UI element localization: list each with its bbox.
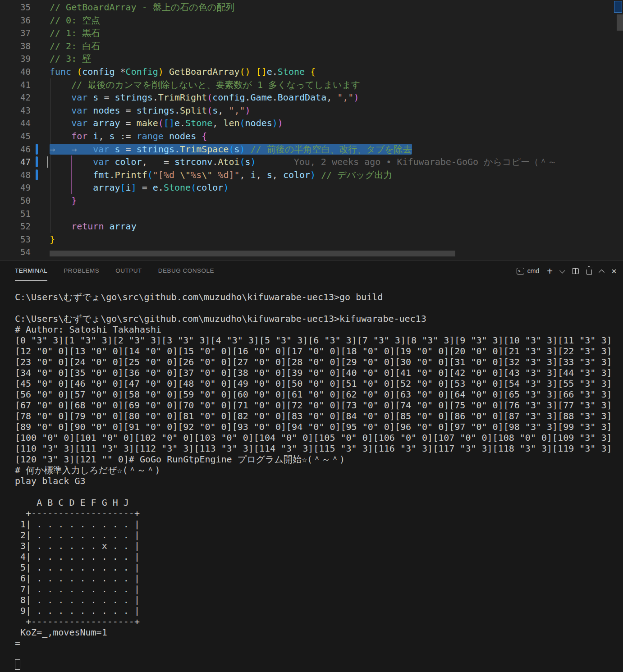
code-line[interactable]: 38// 2: 白石 [0, 40, 623, 53]
code-text: // 3: 壁 [50, 52, 623, 65]
code-text: var nodes = strings.Split(s, ",") [50, 104, 623, 117]
code-line[interactable]: 40func (config *Config) GetBoardArray() … [0, 65, 623, 78]
code-line[interactable]: 35// GetBoardArray - 盤上の石の色の配列 [0, 1, 623, 14]
vertical-scrollbar[interactable] [617, 14, 623, 31]
blame-annotation: You, 2 weeks ago • Kifuwarabe-GoGo からコピー… [294, 156, 557, 167]
editor-gutter[interactable]: 47 [0, 155, 50, 169]
kill-terminal-button[interactable] [586, 270, 592, 275]
tab-problems[interactable]: PROBLEMS [64, 261, 99, 281]
line-number: 40 [0, 65, 31, 78]
close-panel-button[interactable]: × [611, 266, 617, 275]
code-line[interactable]: 50 } [0, 194, 623, 207]
code-line[interactable]: 47 var color, _ = strconv.Atoi(s)You, 2 … [0, 155, 623, 169]
editor-gutter[interactable]: 50 [0, 194, 50, 207]
line-number: 38 [0, 40, 31, 53]
editor-gutter[interactable]: 48 [0, 169, 50, 182]
code-text: // GetBoardArray - 盤上の石の色の配列 [50, 1, 623, 14]
code-line[interactable]: 39// 3: 壁 [0, 52, 623, 65]
line-number: 49 [0, 181, 31, 194]
code-line[interactable]: 49 array[i] = e.Stone(color) [0, 181, 623, 194]
code-text: fmt.Printf("[%d \"%s\" %d]", i, s, color… [50, 169, 623, 182]
line-number: 43 [0, 104, 31, 117]
editor-gutter[interactable]: 49 [0, 181, 50, 194]
new-terminal-button[interactable]: + [547, 266, 553, 276]
terminal-profile-dropdown[interactable] [559, 267, 565, 273]
editor-gutter[interactable]: 37 [0, 27, 50, 40]
terminal-cursor [15, 659, 20, 670]
line-number: 41 [0, 78, 31, 91]
tab-output[interactable]: OUTPUT [115, 261, 142, 281]
editor-gutter[interactable]: 53 [0, 233, 50, 246]
code-text: var color, _ = strconv.Atoi(s)You, 2 wee… [50, 155, 623, 169]
code-lines: 35// GetBoardArray - 盤上の石の色の配列36// 0: 空点… [0, 1, 623, 259]
code-text: array[i] = e.Stone(color) [50, 181, 623, 194]
line-number: 53 [0, 233, 31, 246]
code-line[interactable]: 42 var s = strings.TrimRight(config.Game… [0, 91, 623, 104]
code-text: } [50, 233, 623, 246]
line-number: 52 [0, 220, 31, 233]
editor-gutter[interactable]: 46 [0, 143, 50, 156]
code-line[interactable]: 46→ → var s = strings.TrimSpace(s) // 前後… [0, 143, 623, 156]
code-line[interactable]: 41 // 最後のカンマを削除しないと、要素数が 1 多くなってしまいます [0, 78, 623, 91]
editor-gutter[interactable]: 45 [0, 130, 50, 143]
text-cursor [47, 156, 48, 168]
code-text: // 1: 黒石 [50, 27, 623, 40]
line-number: 44 [0, 117, 31, 130]
modified-line-indicator [36, 144, 38, 155]
editor-gutter[interactable]: 38 [0, 40, 50, 53]
code-text: func (config *Config) GetBoardArray() []… [50, 65, 623, 78]
overview-ruler-decoration [614, 1, 622, 13]
code-line[interactable]: 51 [0, 207, 623, 220]
code-text: for i, s := range nodes { [50, 130, 623, 143]
code-text: } [50, 194, 623, 207]
editor-gutter[interactable]: 41 [0, 78, 50, 91]
terminal-panel: TERMINAL PROBLEMS OUTPUT DEBUG CONSOLE >… [0, 261, 623, 672]
tab-debug-console[interactable]: DEBUG CONSOLE [158, 261, 214, 281]
code-editor[interactable]: 35// GetBoardArray - 盤上の石の色の配列36// 0: 空点… [0, 0, 623, 261]
modified-line-indicator [36, 169, 38, 180]
code-line[interactable]: 44 var array = make([]e.Stone, len(nodes… [0, 117, 623, 130]
maximize-panel-button[interactable] [599, 269, 605, 275]
shell-label: cmd [527, 267, 539, 274]
code-text: → → var s = strings.TrimSpace(s) // 前後の半… [50, 143, 623, 156]
split-terminal-button[interactable] [572, 268, 579, 274]
line-number: 42 [0, 91, 31, 104]
editor-gutter[interactable]: 43 [0, 104, 50, 117]
horizontal-scrollbar[interactable] [50, 251, 455, 256]
editor-gutter[interactable]: 35 [0, 1, 50, 14]
code-line[interactable]: 52 return array [0, 220, 623, 233]
code-text: // 2: 白石 [50, 40, 623, 53]
editor-gutter[interactable]: 39 [0, 52, 50, 65]
editor-gutter[interactable]: 54 [0, 246, 50, 259]
selection-highlight: → → var s = strings.TrimSpace(s) // 前後の半… [50, 144, 412, 155]
code-line[interactable]: 48 fmt.Printf("[%d \"%s\" %d]", i, s, co… [0, 169, 623, 182]
terminal-output[interactable]: C:\Users\むずでょ\go\src\github.com\muzudho\… [15, 292, 612, 649]
line-number: 39 [0, 52, 31, 65]
code-text: return array [50, 220, 623, 233]
editor-gutter[interactable]: 40 [0, 65, 50, 78]
editor-gutter[interactable]: 42 [0, 91, 50, 104]
shell-selector[interactable]: > cmd [517, 267, 539, 274]
code-text: // 0: 空点 [50, 14, 623, 27]
code-line[interactable]: 43 var nodes = strings.Split(s, ",") [0, 104, 623, 117]
editor-gutter[interactable]: 51 [0, 207, 50, 220]
modified-line-indicator [36, 156, 38, 167]
code-line[interactable]: 36// 0: 空点 [0, 14, 623, 27]
code-line[interactable]: 37// 1: 黒石 [0, 27, 623, 40]
line-number: 50 [0, 194, 31, 207]
editor-gutter[interactable]: 36 [0, 14, 50, 27]
code-text [50, 207, 623, 220]
panel-actions: > cmd + × [517, 261, 617, 281]
line-number: 54 [0, 246, 31, 259]
editor-gutter[interactable]: 44 [0, 117, 50, 130]
editor-gutter[interactable]: 52 [0, 220, 50, 233]
tab-terminal[interactable]: TERMINAL [15, 261, 47, 281]
code-line[interactable]: 45 for i, s := range nodes { [0, 130, 623, 143]
line-number: 35 [0, 1, 31, 14]
code-line[interactable]: 53} [0, 233, 623, 246]
panel-tabs: TERMINAL PROBLEMS OUTPUT DEBUG CONSOLE [15, 261, 214, 281]
line-number: 45 [0, 130, 31, 143]
line-number: 47 [0, 155, 31, 169]
line-number: 36 [0, 14, 31, 27]
line-number: 37 [0, 27, 31, 40]
